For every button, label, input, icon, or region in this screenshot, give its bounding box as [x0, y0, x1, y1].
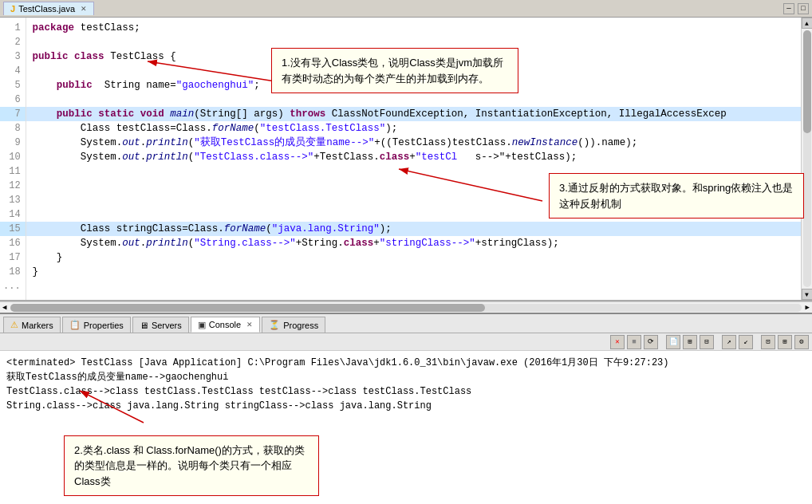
- toolbar-btn-8[interactable]: ↙: [739, 335, 753, 349]
- console-settings-btn[interactable]: ⚙: [794, 335, 809, 349]
- scroll-down-btn[interactable]: ▼: [802, 289, 813, 300]
- tab-progress[interactable]: ⏳ Progress: [262, 317, 325, 333]
- horizontal-scrollbar[interactable]: ◀ ▶: [0, 301, 812, 313]
- scroll-track[interactable]: [803, 30, 811, 287]
- toolbar-btn-9[interactable]: ⊡: [761, 335, 775, 349]
- tab-console[interactable]: ▣ Console ✕: [191, 317, 260, 333]
- tab-markers[interactable]: ⚠ Markers: [3, 317, 61, 333]
- code-line-9: System.out.println("获取TestClass的成员变量name…: [26, 136, 801, 150]
- tab-properties[interactable]: 📋 Properties: [62, 317, 131, 333]
- code-line-17: }: [26, 250, 801, 265]
- minimize-icon[interactable]: —: [783, 3, 794, 14]
- console-toolbar: ✕ ■ ⟳ 📄 ⊞ ⊟ ↗ ↙ ⊡ ⊞ ⚙: [0, 333, 812, 351]
- properties-icon: 📋: [69, 320, 81, 330]
- toolbar-btn-5[interactable]: ⊞: [683, 335, 697, 349]
- scroll-left-btn[interactable]: ◀: [0, 303, 9, 312]
- title-bar-left: J TestClass.java ✕: [3, 2, 94, 15]
- h-scroll-thumb[interactable]: [10, 304, 485, 312]
- scroll-up-btn[interactable]: ▲: [802, 18, 813, 29]
- callout-1: 1.没有导入Class类包，说明Class类是jvm加载所有类时动态的为每个类产…: [271, 48, 518, 93]
- toolbar-btn-4[interactable]: 📄: [666, 335, 680, 349]
- servers-icon: 🖥: [140, 321, 148, 330]
- scroll-thumb[interactable]: [803, 30, 811, 133]
- h-scroll-track[interactable]: [10, 304, 801, 312]
- callout-2: 2.类名.class 和 Class.forName()的方式，获取的类的类型信…: [64, 435, 319, 497]
- tab-close-icon[interactable]: ✕: [81, 5, 87, 13]
- code-line-6: [26, 93, 801, 107]
- vertical-scrollbar[interactable]: ▲ ▼: [801, 18, 812, 300]
- title-bar: J TestClass.java ✕ — □: [0, 0, 812, 18]
- editor-wrapper: 1 2 3 4 5 6 7 8 9 10 11 12 13 14 15 16 1…: [0, 18, 812, 301]
- line-numbers: 1 2 3 4 5 6 7 8 9 10 11 12 13 14 15 16 1…: [0, 18, 26, 300]
- progress-icon: ⏳: [269, 320, 280, 330]
- editor-tab[interactable]: J TestClass.java ✕: [3, 2, 94, 15]
- toolbar-btn-7[interactable]: ↗: [722, 335, 736, 349]
- maximize-icon[interactable]: □: [798, 3, 809, 14]
- toolbar-btn-6[interactable]: ⊟: [700, 335, 714, 349]
- toolbar-btn-10[interactable]: ⊞: [778, 335, 792, 349]
- bottom-tabs: ⚠ Markers 📋 Properties 🖥 Servers ▣ Conso…: [0, 314, 812, 333]
- code-line-15: Class stringClass=Class.forName("java.la…: [26, 222, 801, 236]
- console-tab-close[interactable]: ✕: [246, 321, 253, 329]
- bottom-wrapper: <terminated> TestClass [Java Application…: [0, 351, 812, 504]
- console-status-line: <terminated> TestClass [Java Application…: [6, 356, 806, 370]
- stop-btn[interactable]: ■: [627, 335, 641, 349]
- clear-console-btn[interactable]: ✕: [610, 335, 625, 349]
- console-icon: ▣: [198, 320, 206, 330]
- code-line-10: System.out.println("TestClass.class-->"+…: [26, 150, 801, 164]
- scroll-right-btn[interactable]: ▶: [803, 303, 812, 312]
- main-window: J TestClass.java ✕ — □ 1 2 3 4 5 6 7 8 9: [0, 0, 812, 504]
- console-line-1: 获取TestClass的成员变量name-->gaochenghui: [6, 370, 806, 384]
- code-line-8: Class testClass=Class.forName("testClass…: [26, 121, 801, 136]
- callout-3: 3.通过反射的方式获取对象。和spring依赖注入也是这种反射机制: [549, 173, 804, 219]
- markers-icon: ⚠: [10, 320, 18, 330]
- code-line-7: public static void main(String[] args) t…: [26, 107, 801, 121]
- bottom-panel: ⚠ Markers 📋 Properties 🖥 Servers ▣ Conso…: [0, 313, 812, 504]
- console-line-3: String.class-->class java.lang.String st…: [6, 399, 806, 413]
- code-line-1: package testClass;: [26, 21, 801, 35]
- java-file-icon: J: [10, 4, 15, 14]
- window-controls: — □: [783, 3, 809, 14]
- code-line-18: }: [26, 265, 801, 279]
- code-line-16: System.out.println("String.class-->"+Str…: [26, 236, 801, 250]
- toolbar-btn-3[interactable]: ⟳: [644, 335, 658, 349]
- tab-title: TestClass.java: [18, 4, 75, 14]
- console-line-2: TestClass.class-->class testClass.TestCl…: [6, 384, 806, 399]
- tab-servers[interactable]: 🖥 Servers: [132, 317, 189, 333]
